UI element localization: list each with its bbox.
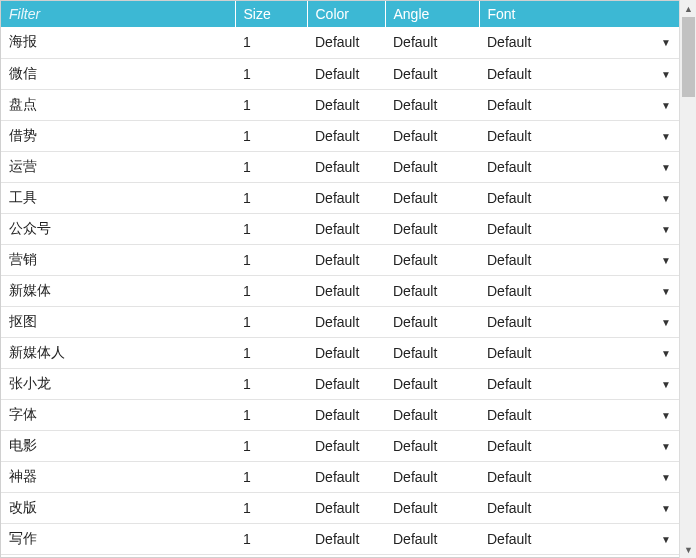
table-row[interactable]: 运营1DefaultDefaultDefault▼ [1, 151, 679, 182]
term-cell[interactable]: 运营 [1, 151, 235, 182]
scroll-up-arrow-icon[interactable]: ▲ [680, 0, 696, 17]
font-cell[interactable]: Default▼ [479, 337, 679, 368]
angle-cell[interactable]: Default [385, 399, 479, 430]
chevron-down-icon[interactable]: ▼ [661, 533, 671, 544]
font-cell[interactable]: Default▼ [479, 89, 679, 120]
size-cell[interactable]: 1 [235, 244, 307, 275]
data-grid[interactable]: Size Color Angle Font 海报1DefaultDefaultD… [0, 0, 679, 558]
scroll-down-arrow-icon[interactable]: ▼ [680, 541, 696, 558]
table-row[interactable]: 字体1DefaultDefaultDefault▼ [1, 399, 679, 430]
font-cell[interactable]: Default▼ [479, 27, 679, 58]
term-cell[interactable]: 新媒体 [1, 275, 235, 306]
filter-header[interactable] [1, 1, 235, 27]
angle-cell[interactable]: Default [385, 523, 479, 554]
angle-cell[interactable]: Default [385, 244, 479, 275]
font-cell[interactable]: Default▼ [479, 399, 679, 430]
term-cell[interactable]: 营销 [1, 244, 235, 275]
term-cell[interactable]: 抠图 [1, 306, 235, 337]
term-cell[interactable]: 神器 [1, 461, 235, 492]
table-row[interactable]: 海报1DefaultDefaultDefault▼ [1, 27, 679, 58]
table-row[interactable]: 营销1DefaultDefaultDefault▼ [1, 244, 679, 275]
color-cell[interactable]: Default [307, 368, 385, 399]
size-cell[interactable]: 1 [235, 213, 307, 244]
angle-cell[interactable]: Default [385, 120, 479, 151]
term-cell[interactable]: 张小龙 [1, 368, 235, 399]
angle-cell[interactable]: Default [385, 461, 479, 492]
term-cell[interactable]: 电影 [1, 430, 235, 461]
angle-cell[interactable]: Default [385, 492, 479, 523]
font-cell[interactable]: Default▼ [479, 430, 679, 461]
color-cell[interactable]: Default [307, 213, 385, 244]
chevron-down-icon[interactable]: ▼ [661, 99, 671, 110]
term-cell[interactable]: 公众号 [1, 213, 235, 244]
table-row[interactable]: 借势1DefaultDefaultDefault▼ [1, 120, 679, 151]
size-cell[interactable]: 1 [235, 151, 307, 182]
angle-cell[interactable]: Default [385, 368, 479, 399]
term-cell[interactable]: 改版 [1, 492, 235, 523]
term-cell[interactable]: 微信 [1, 58, 235, 89]
size-header[interactable]: Size [235, 1, 307, 27]
angle-header[interactable]: Angle [385, 1, 479, 27]
table-row[interactable]: 微信1DefaultDefaultDefault▼ [1, 58, 679, 89]
color-header[interactable]: Color [307, 1, 385, 27]
color-cell[interactable]: Default [307, 151, 385, 182]
table-row[interactable]: 张小龙1DefaultDefaultDefault▼ [1, 368, 679, 399]
font-cell[interactable]: Default▼ [479, 182, 679, 213]
scroll-thumb[interactable] [682, 17, 695, 97]
size-cell[interactable]: 1 [235, 306, 307, 337]
angle-cell[interactable]: Default [385, 89, 479, 120]
font-cell[interactable]: Default▼ [479, 120, 679, 151]
color-cell[interactable]: Default [307, 461, 385, 492]
chevron-down-icon[interactable]: ▼ [661, 130, 671, 141]
size-cell[interactable]: 1 [235, 430, 307, 461]
font-cell[interactable]: Default▼ [479, 368, 679, 399]
size-cell[interactable]: 1 [235, 461, 307, 492]
table-row[interactable]: 公众号1DefaultDefaultDefault▼ [1, 213, 679, 244]
chevron-down-icon[interactable]: ▼ [661, 471, 671, 482]
size-cell[interactable]: 1 [235, 120, 307, 151]
font-cell[interactable]: Default▼ [479, 151, 679, 182]
size-cell[interactable]: 1 [235, 492, 307, 523]
color-cell[interactable]: Default [307, 182, 385, 213]
font-header[interactable]: Font [479, 1, 679, 27]
angle-cell[interactable]: Default [385, 275, 479, 306]
color-cell[interactable]: Default [307, 120, 385, 151]
chevron-down-icon[interactable]: ▼ [661, 161, 671, 172]
angle-cell[interactable]: Default [385, 213, 479, 244]
table-row[interactable]: 工具1DefaultDefaultDefault▼ [1, 182, 679, 213]
angle-cell[interactable]: Default [385, 27, 479, 58]
chevron-down-icon[interactable]: ▼ [661, 316, 671, 327]
chevron-down-icon[interactable]: ▼ [661, 37, 671, 48]
term-cell[interactable]: 海报 [1, 27, 235, 58]
table-row[interactable]: 新媒体1DefaultDefaultDefault▼ [1, 275, 679, 306]
angle-cell[interactable]: Default [385, 337, 479, 368]
color-cell[interactable]: Default [307, 337, 385, 368]
chevron-down-icon[interactable]: ▼ [661, 409, 671, 420]
angle-cell[interactable]: Default [385, 151, 479, 182]
size-cell[interactable]: 1 [235, 27, 307, 58]
chevron-down-icon[interactable]: ▼ [661, 440, 671, 451]
color-cell[interactable]: Default [307, 244, 385, 275]
font-cell[interactable]: Default▼ [479, 58, 679, 89]
font-cell[interactable]: Default▼ [479, 244, 679, 275]
color-cell[interactable]: Default [307, 27, 385, 58]
table-row[interactable]: 抠图1DefaultDefaultDefault▼ [1, 306, 679, 337]
table-row[interactable]: 改版1DefaultDefaultDefault▼ [1, 492, 679, 523]
size-cell[interactable]: 1 [235, 89, 307, 120]
angle-cell[interactable]: Default [385, 58, 479, 89]
chevron-down-icon[interactable]: ▼ [661, 347, 671, 358]
chevron-down-icon[interactable]: ▼ [661, 68, 671, 79]
color-cell[interactable]: Default [307, 492, 385, 523]
vertical-scrollbar[interactable]: ▲ ▼ [679, 0, 696, 558]
table-row[interactable]: 写作1DefaultDefaultDefault▼ [1, 523, 679, 554]
color-cell[interactable]: Default [307, 89, 385, 120]
size-cell[interactable]: 1 [235, 523, 307, 554]
filter-input[interactable] [9, 6, 227, 22]
chevron-down-icon[interactable]: ▼ [661, 502, 671, 513]
chevron-down-icon[interactable]: ▼ [661, 285, 671, 296]
term-cell[interactable]: 写作 [1, 523, 235, 554]
term-cell[interactable]: 盘点 [1, 89, 235, 120]
table-row[interactable]: 电影1DefaultDefaultDefault▼ [1, 430, 679, 461]
table-row[interactable]: 新媒体人1DefaultDefaultDefault▼ [1, 337, 679, 368]
size-cell[interactable]: 1 [235, 182, 307, 213]
